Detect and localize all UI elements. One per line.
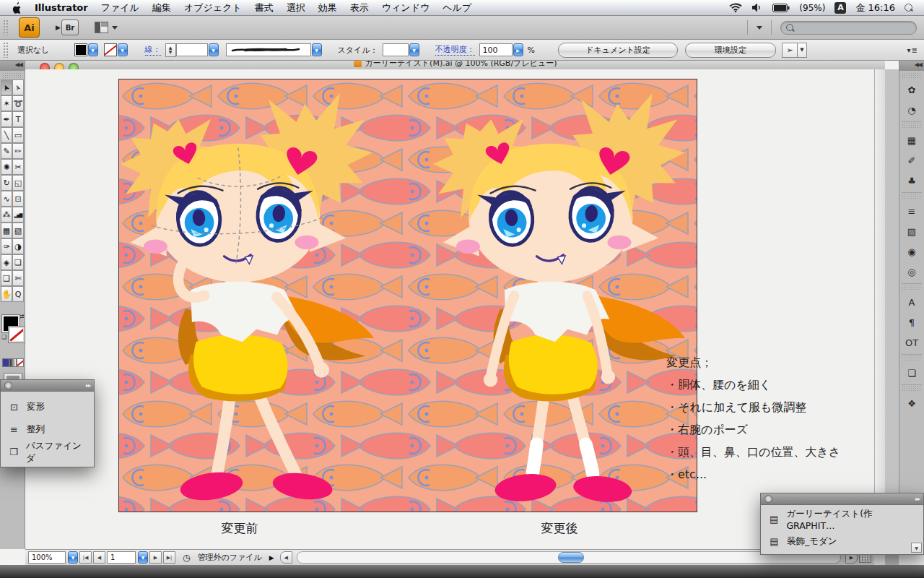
input-source-indicator[interactable]: A xyxy=(834,2,846,14)
status-flyout-icon[interactable]: ▶ xyxy=(269,554,274,561)
pen-tool[interactable]: ✒ xyxy=(1,111,12,127)
blob-brush-tool[interactable]: ✺ xyxy=(1,159,12,175)
blend-tool[interactable]: ◑ xyxy=(12,238,24,254)
zoom-level-field[interactable]: 100% xyxy=(28,551,66,564)
stroke-weight-dropdown[interactable]: ▼ xyxy=(209,43,219,56)
select-similar-button[interactable]: ➢ xyxy=(782,43,798,58)
panel-item-pathfinder[interactable]: ❒パスファインダ xyxy=(1,441,94,463)
menubar-clock[interactable]: 金 16:16 xyxy=(855,1,895,14)
battery-icon[interactable] xyxy=(772,4,790,12)
document-setup-button[interactable]: ドキュメント設定 xyxy=(558,43,678,58)
swap-fill-stroke-icon[interactable]: ⇄ xyxy=(19,313,25,320)
libraries-panel-header[interactable]: ▸▸ xyxy=(761,493,923,505)
swatches-panel[interactable]: ▦ xyxy=(901,130,923,150)
workspace-chevron-icon[interactable] xyxy=(757,26,762,30)
menu-item[interactable]: ヘルプ xyxy=(436,1,478,14)
brushes-panel[interactable]: ✐ xyxy=(901,150,923,171)
vertical-scrollbar[interactable] xyxy=(874,69,885,549)
menu-item[interactable]: ファイル xyxy=(95,1,146,14)
rectangle-tool[interactable]: ▭ xyxy=(12,127,24,143)
opentype-panel[interactable]: OT xyxy=(901,332,923,353)
menu-item[interactable]: ウィンドウ xyxy=(375,1,437,14)
artboard-tool[interactable]: ❑ xyxy=(1,270,12,286)
symbols-panel[interactable]: ♣ xyxy=(901,171,923,191)
stroke-weight-stepper[interactable]: ▲▼ xyxy=(165,43,176,57)
menu-item[interactable]: 書式 xyxy=(248,1,280,14)
hscroll-left-button[interactable]: ◀ xyxy=(280,551,292,564)
apple-menu-icon[interactable] xyxy=(12,2,22,14)
stroke-weight-field[interactable] xyxy=(176,43,208,56)
prev-artboard-button[interactable]: ◀ xyxy=(93,551,105,564)
select-similar-dropdown[interactable]: ▼ xyxy=(798,43,807,58)
scale-tool[interactable]: ◱ xyxy=(12,175,24,191)
menu-item[interactable]: 効果 xyxy=(312,1,344,14)
warp-tool[interactable]: ∿ xyxy=(1,191,12,207)
stroke-color-dropdown[interactable]: ▼ xyxy=(118,43,128,56)
brush-definition-field[interactable] xyxy=(226,43,311,56)
menu-item[interactable]: 表示 xyxy=(344,1,375,14)
eyedropper-tool[interactable]: ✑ xyxy=(1,238,12,254)
pathfinder-panel[interactable]: ❏ xyxy=(901,363,923,383)
panel-item-transform[interactable]: ⊡変形 xyxy=(1,396,94,418)
hand-tool[interactable]: ✋ xyxy=(1,286,12,302)
panel-item-library-girly-taste[interactable]: ▤ガーリーテイスト(作GRAPHIT… xyxy=(761,508,923,530)
panel-item-align[interactable]: ≡整列 xyxy=(1,418,94,441)
style-field[interactable] xyxy=(383,43,409,56)
layers-panel[interactable]: ❖ xyxy=(901,393,923,413)
stroke-proxy[interactable] xyxy=(9,327,25,342)
pencil-tool[interactable]: ✏ xyxy=(12,143,24,159)
stroke-color-swatch[interactable] xyxy=(104,43,117,56)
magic-wand-tool[interactable]: ✶ xyxy=(1,95,12,111)
selection-tool[interactable]: ➤ xyxy=(1,79,12,95)
brush-dropdown[interactable]: ▼ xyxy=(312,43,322,56)
menu-item[interactable]: オブジェクト xyxy=(178,1,248,14)
horizontal-scrollbar-thumb[interactable] xyxy=(558,552,584,563)
next-artboard-button[interactable]: ▶ xyxy=(149,551,162,564)
artboard[interactable] xyxy=(119,79,697,512)
menu-item[interactable]: 編集 xyxy=(146,1,178,14)
panel-item-library-decoration-modern[interactable]: ▤装飾_モダン xyxy=(761,530,923,553)
mesh-tool[interactable]: ▦ xyxy=(1,223,12,238)
preferences-button[interactable]: 環境設定 xyxy=(685,43,776,58)
gradient-tool[interactable]: ▧ xyxy=(12,223,24,238)
opacity-field[interactable]: 100 xyxy=(479,43,513,56)
change-notes-text[interactable]: 変更点；・胴体、腰のを細く・それに加えて服も微調整・右腕のポーズ・頭、目、鼻、口… xyxy=(666,351,874,486)
search-input[interactable] xyxy=(780,21,917,35)
artboard-dropdown[interactable]: ▼ xyxy=(138,551,148,564)
direct-selection-tool[interactable]: ➢ xyxy=(12,79,24,95)
panel-close-button[interactable] xyxy=(4,381,12,389)
menu-item[interactable]: 選択 xyxy=(280,1,312,14)
panel-collapse-icon[interactable]: ▸▸ xyxy=(915,496,920,502)
color-guide-panel[interactable]: ◔ xyxy=(901,100,923,120)
go-to-bridge-button[interactable]: ▶ Br xyxy=(56,20,79,35)
first-artboard-button[interactable]: |◀ xyxy=(79,551,92,564)
opacity-label[interactable]: 不透明度： xyxy=(435,44,475,56)
line-segment-tool[interactable]: ╲ xyxy=(1,127,12,143)
label-before[interactable]: 変更前 xyxy=(207,520,272,537)
slice-tool[interactable]: ✄ xyxy=(12,270,24,286)
tools-collapse-button[interactable]: ◀◀ xyxy=(0,61,25,71)
menu-app-name[interactable]: Illustrator xyxy=(28,2,95,13)
canvas-area[interactable]: 変更点；・胴体、腰のを細く・それに加えて服も微調整・右腕のポーズ・頭、目、鼻、口… xyxy=(25,69,874,549)
rotate-tool[interactable]: ↻ xyxy=(1,175,12,191)
lasso-tool[interactable]: ➰ xyxy=(12,95,24,111)
live-paint-selection-tool[interactable]: ❏ xyxy=(12,254,24,270)
zoom-tool[interactable]: Q xyxy=(12,286,24,302)
spotlight-icon[interactable] xyxy=(905,4,912,12)
paragraph-panel[interactable]: ¶ xyxy=(901,312,923,332)
default-fill-stroke-icon[interactable]: ❏ xyxy=(1,334,6,340)
character-panel[interactable]: A xyxy=(901,292,923,312)
arrange-documents-button[interactable] xyxy=(95,22,118,33)
live-paint-bucket-tool[interactable]: ◈ xyxy=(1,254,12,270)
libraries-scroll-down-button[interactable]: ▼ xyxy=(911,543,922,553)
type-tool[interactable]: T xyxy=(12,111,24,127)
paintbrush-tool[interactable]: ✎ xyxy=(1,143,12,159)
color-panel[interactable]: ✿ xyxy=(901,79,923,100)
fill-color-dropdown[interactable]: ▼ xyxy=(88,43,98,56)
wifi-icon[interactable] xyxy=(729,3,742,12)
control-panel-menu-icon[interactable]: ▾≣ xyxy=(907,46,918,54)
style-dropdown[interactable]: ▼ xyxy=(409,43,419,56)
gradient-panel[interactable]: ▧ xyxy=(901,221,923,241)
transparency-panel[interactable]: ◎ xyxy=(901,262,923,282)
opacity-dropdown[interactable]: ▶ xyxy=(513,43,523,56)
